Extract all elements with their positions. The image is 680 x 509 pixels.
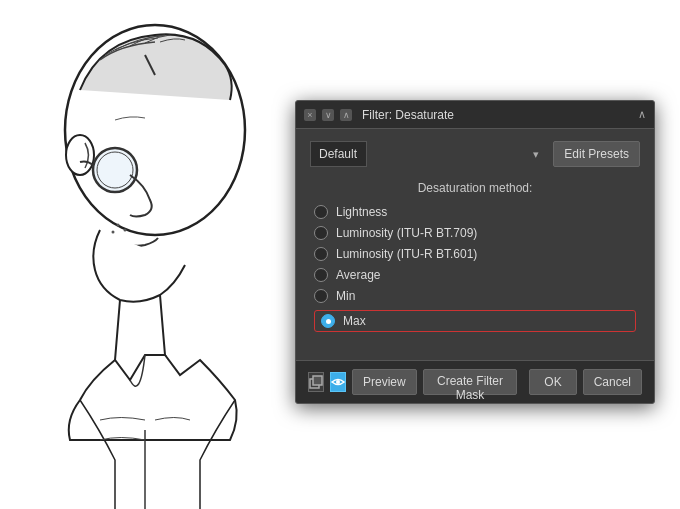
radio-average[interactable]: Average xyxy=(314,268,636,282)
eye-icon xyxy=(331,377,345,387)
preset-row: Default Edit Presets xyxy=(310,141,640,167)
radio-max-circle xyxy=(321,314,335,328)
illustration xyxy=(0,0,340,509)
layer-icon-button[interactable] xyxy=(308,372,324,392)
radio-min-label: Min xyxy=(336,289,355,303)
layer-icon xyxy=(309,375,323,389)
edit-presets-button[interactable]: Edit Presets xyxy=(553,141,640,167)
radio-max-label: Max xyxy=(343,314,366,328)
cancel-button[interactable]: Cancel xyxy=(583,369,642,395)
expand-button[interactable]: ∧ xyxy=(340,109,352,121)
radio-lightness-circle xyxy=(314,205,328,219)
preview-eye-icon-button[interactable] xyxy=(330,372,346,392)
close-button[interactable]: × xyxy=(304,109,316,121)
dialog-body: Default Edit Presets Desaturation method… xyxy=(296,129,654,360)
radio-luminosity-601[interactable]: Luminosity (ITU-R BT.601) xyxy=(314,247,636,261)
desaturation-section-label: Desaturation method: xyxy=(310,181,640,195)
radio-min[interactable]: Min xyxy=(314,289,636,303)
titlebar-collapse-icon[interactable]: ∧ xyxy=(638,108,646,121)
preview-button[interactable]: Preview xyxy=(352,369,417,395)
svg-point-5 xyxy=(124,229,127,232)
radio-lightness[interactable]: Lightness xyxy=(314,205,636,219)
radio-lightness-label: Lightness xyxy=(336,205,387,219)
svg-point-9 xyxy=(336,380,340,384)
radio-average-label: Average xyxy=(336,268,380,282)
svg-rect-8 xyxy=(313,376,322,385)
svg-point-6 xyxy=(112,231,115,234)
svg-point-1 xyxy=(66,135,94,175)
collapse-button[interactable]: ∨ xyxy=(322,109,334,121)
preset-select-wrap: Default xyxy=(310,141,545,167)
dialog-footer: Preview Create Filter Mask OK Cancel xyxy=(296,360,654,403)
radio-luminosity-601-label: Luminosity (ITU-R BT.601) xyxy=(336,247,477,261)
svg-point-4 xyxy=(117,224,120,227)
radio-max[interactable]: Max xyxy=(314,310,636,332)
radio-luminosity-709-circle xyxy=(314,226,328,240)
preset-select[interactable]: Default xyxy=(310,141,367,167)
svg-point-2 xyxy=(93,148,137,192)
ok-button[interactable]: OK xyxy=(529,369,576,395)
create-filter-mask-button[interactable]: Create Filter Mask xyxy=(423,369,518,395)
radio-luminosity-709[interactable]: Luminosity (ITU-R BT.709) xyxy=(314,226,636,240)
filter-desaturate-dialog: × ∨ ∧ Filter: Desaturate ∧ Default Edit … xyxy=(295,100,655,404)
radio-average-circle xyxy=(314,268,328,282)
radio-luminosity-601-circle xyxy=(314,247,328,261)
radio-luminosity-709-label: Luminosity (ITU-R BT.709) xyxy=(336,226,477,240)
desaturation-radio-group: Lightness Luminosity (ITU-R BT.709) Lumi… xyxy=(310,205,640,332)
radio-min-circle xyxy=(314,289,328,303)
dialog-titlebar: × ∨ ∧ Filter: Desaturate ∧ xyxy=(296,101,654,129)
dialog-title: Filter: Desaturate xyxy=(358,108,632,122)
